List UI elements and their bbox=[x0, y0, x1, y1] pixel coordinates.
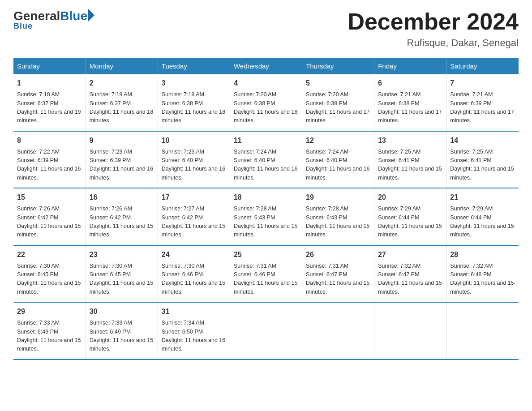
title-section: December 2024 Rufisque, Dakar, Senegal bbox=[348, 9, 519, 49]
day-number: 4 bbox=[234, 78, 298, 89]
day-info: Sunrise: 7:28 AMSunset: 6:43 PMDaylight:… bbox=[234, 205, 298, 240]
calendar-cell: 25 Sunrise: 7:31 AMSunset: 6:46 PMDaylig… bbox=[230, 245, 302, 303]
column-header-wednesday: Wednesday bbox=[230, 58, 302, 74]
day-number: 5 bbox=[306, 78, 370, 89]
day-number: 12 bbox=[306, 135, 370, 146]
calendar-cell: 17 Sunrise: 7:27 AMSunset: 6:42 PMDaylig… bbox=[158, 188, 230, 245]
day-info: Sunrise: 7:32 AMSunset: 6:48 PMDaylight:… bbox=[450, 262, 515, 297]
day-number: 20 bbox=[378, 192, 442, 203]
calendar-cell: 23 Sunrise: 7:30 AMSunset: 6:45 PMDaylig… bbox=[86, 245, 158, 303]
day-number: 28 bbox=[450, 249, 515, 260]
day-number: 6 bbox=[378, 78, 442, 89]
calendar-week-row: 8 Sunrise: 7:22 AMSunset: 6:39 PMDayligh… bbox=[13, 131, 519, 188]
calendar-cell: 5 Sunrise: 7:20 AMSunset: 6:38 PMDayligh… bbox=[302, 74, 374, 131]
logo-blue-text: Blue bbox=[60, 9, 87, 23]
day-info: Sunrise: 7:31 AMSunset: 6:46 PMDaylight:… bbox=[234, 262, 298, 297]
calendar-cell bbox=[230, 302, 302, 360]
day-info: Sunrise: 7:24 AMSunset: 6:40 PMDaylight:… bbox=[234, 148, 298, 183]
calendar-cell: 27 Sunrise: 7:32 AMSunset: 6:47 PMDaylig… bbox=[374, 245, 446, 303]
day-info: Sunrise: 7:22 AMSunset: 6:39 PMDaylight:… bbox=[17, 148, 82, 183]
calendar-cell bbox=[302, 302, 374, 360]
calendar-cell: 7 Sunrise: 7:21 AMSunset: 6:39 PMDayligh… bbox=[446, 74, 519, 131]
column-header-monday: Monday bbox=[86, 58, 158, 74]
day-number: 10 bbox=[162, 135, 226, 146]
day-info: Sunrise: 7:20 AMSunset: 6:38 PMDaylight:… bbox=[306, 90, 370, 125]
day-number: 26 bbox=[306, 249, 370, 260]
day-info: Sunrise: 7:19 AMSunset: 6:38 PMDaylight:… bbox=[162, 90, 226, 125]
calendar-cell: 20 Sunrise: 7:29 AMSunset: 6:44 PMDaylig… bbox=[374, 188, 446, 245]
day-info: Sunrise: 7:30 AMSunset: 6:45 PMDaylight:… bbox=[90, 262, 154, 297]
day-info: Sunrise: 7:25 AMSunset: 6:41 PMDaylight:… bbox=[450, 148, 515, 183]
column-header-saturday: Saturday bbox=[446, 58, 519, 74]
calendar-cell: 9 Sunrise: 7:23 AMSunset: 6:39 PMDayligh… bbox=[86, 131, 158, 188]
day-info: Sunrise: 7:29 AMSunset: 6:44 PMDaylight:… bbox=[450, 205, 515, 240]
day-info: Sunrise: 7:29 AMSunset: 6:44 PMDaylight:… bbox=[378, 205, 442, 240]
calendar-cell: 18 Sunrise: 7:28 AMSunset: 6:43 PMDaylig… bbox=[230, 188, 302, 245]
day-number: 31 bbox=[162, 306, 226, 317]
calendar-cell: 12 Sunrise: 7:24 AMSunset: 6:40 PMDaylig… bbox=[302, 131, 374, 188]
day-number: 25 bbox=[234, 249, 298, 260]
day-number: 9 bbox=[90, 135, 154, 146]
day-number: 13 bbox=[378, 135, 442, 146]
day-number: 27 bbox=[378, 249, 442, 260]
day-number: 2 bbox=[90, 78, 154, 89]
calendar-cell: 4 Sunrise: 7:20 AMSunset: 6:38 PMDayligh… bbox=[230, 74, 302, 131]
day-info: Sunrise: 7:23 AMSunset: 6:40 PMDaylight:… bbox=[162, 148, 226, 183]
calendar-week-row: 1 Sunrise: 7:18 AMSunset: 6:37 PMDayligh… bbox=[13, 74, 519, 131]
page-header: General Blue Blue December 2024 Rufisque… bbox=[13, 9, 519, 49]
calendar-cell: 31 Sunrise: 7:34 AMSunset: 6:50 PMDaylig… bbox=[158, 302, 230, 360]
column-header-thursday: Thursday bbox=[302, 58, 374, 74]
logo-underline: Blue bbox=[13, 21, 33, 31]
day-info: Sunrise: 7:34 AMSunset: 6:50 PMDaylight:… bbox=[162, 319, 226, 354]
calendar-cell: 21 Sunrise: 7:29 AMSunset: 6:44 PMDaylig… bbox=[446, 188, 519, 245]
day-number: 19 bbox=[306, 192, 370, 203]
calendar-table: SundayMondayTuesdayWednesdayThursdayFrid… bbox=[13, 58, 519, 360]
calendar-week-row: 15 Sunrise: 7:26 AMSunset: 6:42 PMDaylig… bbox=[13, 188, 519, 245]
day-number: 18 bbox=[234, 192, 298, 203]
calendar-cell: 3 Sunrise: 7:19 AMSunset: 6:38 PMDayligh… bbox=[158, 74, 230, 131]
calendar-cell: 26 Sunrise: 7:31 AMSunset: 6:47 PMDaylig… bbox=[302, 245, 374, 303]
calendar-cell bbox=[446, 302, 519, 360]
day-info: Sunrise: 7:21 AMSunset: 6:38 PMDaylight:… bbox=[378, 90, 442, 125]
column-header-friday: Friday bbox=[374, 58, 446, 74]
calendar-cell: 22 Sunrise: 7:30 AMSunset: 6:45 PMDaylig… bbox=[13, 245, 86, 303]
calendar-cell: 1 Sunrise: 7:18 AMSunset: 6:37 PMDayligh… bbox=[13, 74, 86, 131]
column-header-sunday: Sunday bbox=[13, 58, 86, 74]
calendar-cell: 10 Sunrise: 7:23 AMSunset: 6:40 PMDaylig… bbox=[158, 131, 230, 188]
day-info: Sunrise: 7:23 AMSunset: 6:39 PMDaylight:… bbox=[90, 148, 154, 183]
day-info: Sunrise: 7:26 AMSunset: 6:42 PMDaylight:… bbox=[90, 205, 154, 240]
day-number: 11 bbox=[234, 135, 298, 146]
day-number: 17 bbox=[162, 192, 226, 203]
day-number: 23 bbox=[90, 249, 154, 260]
calendar-header-row: SundayMondayTuesdayWednesdayThursdayFrid… bbox=[13, 58, 519, 74]
day-info: Sunrise: 7:19 AMSunset: 6:37 PMDaylight:… bbox=[90, 90, 154, 125]
day-info: Sunrise: 7:25 AMSunset: 6:41 PMDaylight:… bbox=[378, 148, 442, 183]
calendar-cell: 8 Sunrise: 7:22 AMSunset: 6:39 PMDayligh… bbox=[13, 131, 86, 188]
calendar-cell: 24 Sunrise: 7:30 AMSunset: 6:46 PMDaylig… bbox=[158, 245, 230, 303]
day-number: 16 bbox=[90, 192, 154, 203]
day-number: 7 bbox=[450, 78, 515, 89]
calendar-week-row: 29 Sunrise: 7:33 AMSunset: 6:49 PMDaylig… bbox=[13, 302, 519, 360]
day-number: 15 bbox=[17, 192, 82, 203]
logo: General Blue Blue bbox=[13, 9, 94, 31]
calendar-cell bbox=[374, 302, 446, 360]
day-info: Sunrise: 7:24 AMSunset: 6:40 PMDaylight:… bbox=[306, 148, 370, 183]
day-number: 21 bbox=[450, 192, 515, 203]
day-info: Sunrise: 7:26 AMSunset: 6:42 PMDaylight:… bbox=[17, 205, 82, 240]
day-info: Sunrise: 7:30 AMSunset: 6:46 PMDaylight:… bbox=[162, 262, 226, 297]
logo-triangle-icon bbox=[88, 9, 94, 21]
calendar-cell: 15 Sunrise: 7:26 AMSunset: 6:42 PMDaylig… bbox=[13, 188, 86, 245]
calendar-cell: 6 Sunrise: 7:21 AMSunset: 6:38 PMDayligh… bbox=[374, 74, 446, 131]
day-info: Sunrise: 7:31 AMSunset: 6:47 PMDaylight:… bbox=[306, 262, 370, 297]
day-info: Sunrise: 7:32 AMSunset: 6:47 PMDaylight:… bbox=[378, 262, 442, 297]
calendar-cell: 29 Sunrise: 7:33 AMSunset: 6:49 PMDaylig… bbox=[13, 302, 86, 360]
day-number: 3 bbox=[162, 78, 226, 89]
calendar-cell: 11 Sunrise: 7:24 AMSunset: 6:40 PMDaylig… bbox=[230, 131, 302, 188]
day-number: 22 bbox=[17, 249, 82, 260]
calendar-cell: 14 Sunrise: 7:25 AMSunset: 6:41 PMDaylig… bbox=[446, 131, 519, 188]
day-number: 14 bbox=[450, 135, 515, 146]
calendar-cell: 30 Sunrise: 7:33 AMSunset: 6:49 PMDaylig… bbox=[86, 302, 158, 360]
day-number: 29 bbox=[17, 306, 82, 317]
location-text: Rufisque, Dakar, Senegal bbox=[348, 37, 519, 49]
day-info: Sunrise: 7:27 AMSunset: 6:42 PMDaylight:… bbox=[162, 205, 226, 240]
